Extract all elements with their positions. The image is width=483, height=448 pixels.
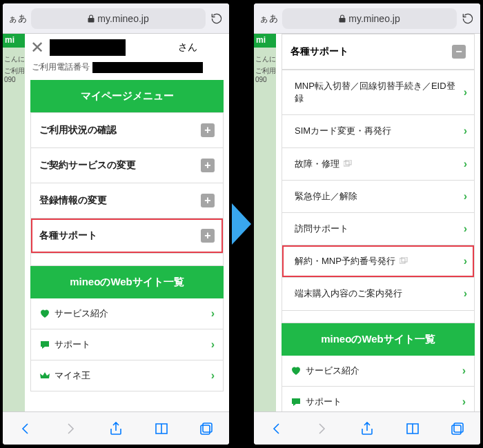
plus-icon: + [201, 159, 215, 172]
svg-rect-0 [203, 423, 212, 432]
lock-icon [88, 14, 95, 23]
ios-address-bar: ぁあ my.mineo.jp [3, 3, 229, 34]
forward-icon [313, 420, 331, 438]
bookmarks-icon[interactable] [152, 420, 170, 438]
support-sub-item[interactable]: 故障・修理› [282, 148, 474, 181]
sub-item-label: 訪問サポート [295, 223, 348, 235]
back-icon[interactable] [17, 420, 34, 438]
ios-toolbar [3, 411, 229, 445]
support-sub-item[interactable]: SIMカード変更・再発行› [282, 115, 474, 147]
external-link-icon [400, 255, 408, 267]
svg-rect-4 [346, 160, 351, 165]
chevron-right-icon: › [464, 86, 467, 99]
phone-left: ぁあ my.mineo.jp mi こんに ご利用 090 ✕ さん ご利用電話… [3, 3, 229, 445]
link-item[interactable]: サポート› [282, 387, 474, 412]
menu-item-label: 登録情報の変更 [39, 194, 107, 207]
sub-item-label: 端末購入内容のご案内発行 [295, 287, 402, 300]
link-item[interactable]: マイネ王› [31, 360, 223, 391]
heart-icon [39, 308, 50, 319]
phone-right: ぁあ my.mineo.jp mi こんに ご利用 090 各種サポート − M… [254, 3, 480, 445]
menu-item[interactable]: 各種サポート+ [31, 218, 223, 254]
chevron-right-icon: › [211, 369, 215, 382]
link-label: サービス紹介 [55, 307, 108, 320]
support-sub-item[interactable]: MNP転入切替／回線切替手続き／EID登録› [282, 70, 474, 115]
support-category-expanded[interactable]: 各種サポート − [282, 34, 475, 70]
tabs-icon[interactable] [448, 420, 466, 438]
lock-icon [339, 14, 346, 23]
url-box[interactable]: my.mineo.jp [31, 8, 206, 29]
chevron-right-icon: › [464, 255, 467, 267]
external-link-icon [344, 158, 352, 170]
link-item[interactable]: サービス紹介› [282, 356, 474, 387]
support-sub-item[interactable]: 緊急停止／解除› [282, 181, 474, 213]
forward-icon [61, 420, 79, 438]
chevron-right-icon: › [464, 125, 467, 137]
menu-item[interactable]: ご契約サービスの変更+ [31, 148, 223, 183]
sub-item-label: 緊急停止／解除 [295, 190, 357, 203]
url-box[interactable]: my.mineo.jp [282, 8, 457, 29]
text-size-control[interactable]: ぁあ [8, 12, 27, 25]
plus-icon: + [201, 123, 215, 137]
chevron-right-icon: › [211, 307, 215, 320]
plus-icon: + [201, 229, 215, 243]
svg-rect-7 [454, 423, 463, 432]
menu-item-label: ご利用状況の確認 [39, 124, 117, 136]
menu-item-label: 各種サポート [39, 230, 97, 242]
link-item[interactable]: サポート› [31, 329, 223, 360]
heart-icon [290, 365, 302, 376]
user-suffix: さん [174, 41, 201, 54]
link-label: マイネ王 [55, 369, 90, 382]
minus-icon: − [452, 45, 466, 59]
username-redacted [50, 39, 126, 56]
link-label: サービス紹介 [306, 365, 359, 377]
plus-icon: + [201, 194, 215, 207]
web-sites-header: mineoのWebサイト一覧 [30, 266, 224, 298]
chevron-right-icon: › [464, 223, 467, 235]
close-icon[interactable]: ✕ [25, 35, 50, 60]
menu-item[interactable]: ご利用状況の確認+ [31, 112, 223, 148]
svg-rect-8 [452, 425, 461, 434]
svg-marker-2 [232, 203, 251, 245]
category-label: 各種サポート [290, 45, 348, 58]
chevron-right-icon: › [462, 396, 466, 408]
chevron-right-icon: › [464, 158, 467, 170]
support-sub-item[interactable]: 訪問サポート› [282, 213, 474, 245]
sub-item-label: MNP転入切替／回線切替手続き／EID登録 [295, 80, 457, 105]
text-size-control[interactable]: ぁあ [259, 12, 278, 25]
sub-item-label: 故障・修理 [295, 158, 339, 170]
link-label: サポート [55, 338, 90, 351]
tel-redacted [92, 62, 203, 73]
chat-icon [39, 339, 50, 350]
sub-item-label: SIMカード変更・再発行 [295, 125, 391, 137]
tel-label: ご利用電話番号 [32, 61, 90, 73]
chevron-right-icon: › [462, 365, 466, 377]
url-text: my.mineo.jp [97, 13, 148, 24]
svg-rect-6 [402, 257, 407, 262]
share-icon[interactable] [107, 420, 125, 438]
refresh-icon[interactable] [461, 12, 475, 26]
chat-icon [290, 396, 302, 407]
bookmarks-icon[interactable] [404, 420, 422, 438]
svg-rect-5 [400, 258, 405, 263]
chevron-right-icon: › [211, 338, 215, 351]
arrow-icon [232, 203, 251, 245]
url-text: my.mineo.jp [348, 13, 400, 24]
menu-item-label: ご契約サービスの変更 [39, 159, 136, 172]
web-sites-header: mineoのWebサイト一覧 [282, 323, 475, 356]
tabs-icon[interactable] [197, 420, 215, 438]
svg-rect-1 [201, 425, 210, 434]
support-sub-item[interactable]: 解約・MNP予約番号発行› [282, 245, 474, 278]
sub-item-label: 解約・MNP予約番号発行 [295, 255, 395, 267]
menu-item[interactable]: 登録情報の変更+ [31, 183, 223, 218]
ios-address-bar: ぁあ my.mineo.jp [254, 3, 480, 34]
chevron-right-icon: › [464, 287, 467, 300]
share-icon[interactable] [358, 420, 376, 438]
refresh-icon[interactable] [210, 12, 224, 26]
support-sub-item[interactable]: 端末購入内容のご案内発行› [282, 278, 474, 310]
mypage-menu-header: マイページメニュー [30, 80, 224, 112]
link-item[interactable]: サービス紹介› [31, 298, 223, 329]
link-label: サポート [306, 396, 342, 408]
back-icon[interactable] [268, 420, 286, 438]
chevron-right-icon: › [464, 190, 467, 203]
crown-icon [39, 370, 50, 381]
